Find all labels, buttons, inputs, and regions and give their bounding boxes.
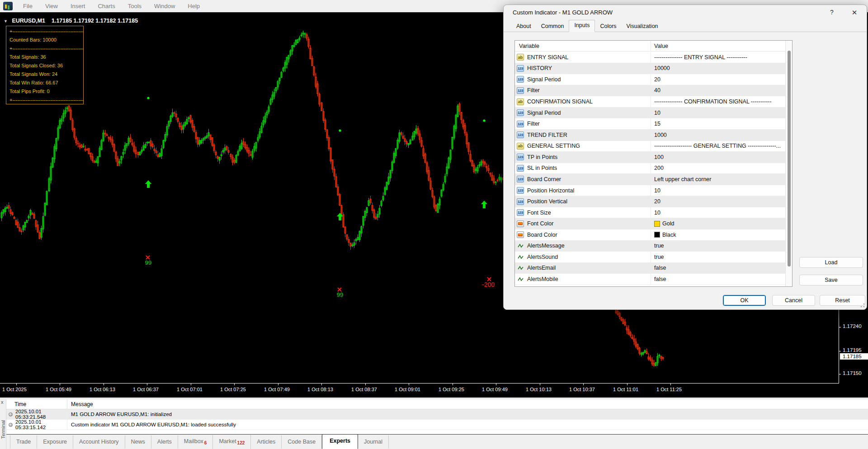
candle-body <box>655 363 656 365</box>
param-row[interactable]: 123TP in Points100 <box>515 152 785 163</box>
param-row[interactable]: 123HISTORY10000 <box>515 63 785 75</box>
dialog-tab-inputs[interactable]: Inputs <box>569 20 595 32</box>
param-name: Board Corner <box>527 176 561 182</box>
param-value-cell[interactable]: 10 <box>651 207 785 218</box>
log-row[interactable]: 2025.10.01 05:33:21.548M1 GOLD ARROW EUR… <box>6 409 868 420</box>
log-row[interactable]: 2025.10.01 05:33:15.142Custom indicator … <box>6 420 868 430</box>
terminal-close-icon[interactable]: x <box>1 399 4 405</box>
menu-item-insert[interactable]: Insert <box>64 3 92 9</box>
param-value-cell[interactable]: 20 <box>651 196 785 207</box>
candle-body <box>486 166 487 168</box>
param-variable-cell: 123Signal Period <box>515 109 651 116</box>
candle-body <box>201 140 202 143</box>
param-value-cell[interactable]: 10 <box>651 108 785 118</box>
param-row[interactable]: 123Filter15 <box>515 118 785 130</box>
column-header-value[interactable]: Value <box>651 41 792 51</box>
param-value-cell[interactable]: --------------- ENTRY SIGNAL ----------- <box>651 52 785 63</box>
param-row[interactable]: 123Signal Period10 <box>515 108 785 119</box>
param-value-cell[interactable]: 40 <box>651 85 785 96</box>
candle-body <box>315 77 316 87</box>
candle-body <box>384 187 386 194</box>
param-row[interactable]: Font ColorGold <box>515 218 785 229</box>
param-value-cell[interactable]: --------------- CONFIRMATION SIGNAL ----… <box>651 96 785 107</box>
candle-body <box>313 66 315 75</box>
cancel-button[interactable]: Cancel <box>772 295 815 306</box>
param-value-cell[interactable]: Gold <box>651 218 785 229</box>
dialog-help-button[interactable]: ? <box>827 9 837 16</box>
candle-body <box>302 33 304 34</box>
terminal-tab-code-base[interactable]: Code Base <box>282 435 322 449</box>
save-button[interactable]: Save <box>799 275 863 285</box>
param-row[interactable]: abCONFIRMATION SIGNAL--------------- CON… <box>515 96 785 108</box>
dialog-tab-about[interactable]: About <box>511 21 536 32</box>
terminal-tab-account-history[interactable]: Account History <box>73 435 125 449</box>
param-row[interactable]: 123SL in Points200 <box>515 163 785 174</box>
param-row[interactable]: 123Position Vertical20 <box>515 196 785 207</box>
menu-item-file[interactable]: File <box>17 3 39 9</box>
reset-button[interactable]: Reset <box>820 295 865 306</box>
param-row[interactable]: 123TREND FILTER1000 <box>515 130 785 141</box>
param-row[interactable]: 123Board CornerLeft upper chart corner <box>515 174 785 185</box>
price-axis-label: 1.17150 <box>843 370 862 376</box>
param-value-cell[interactable]: Black <box>651 229 785 240</box>
inputs-table-scrollbar[interactable] <box>785 41 792 286</box>
terminal-tab-exposure[interactable]: Exposure <box>37 435 73 449</box>
terminal-tab-market[interactable]: Market122 <box>213 435 251 449</box>
symbol-dropdown-icon[interactable]: ▼ <box>4 19 8 23</box>
candle-body <box>226 146 227 150</box>
param-row[interactable]: AlertsEmailfalse <box>515 263 785 274</box>
param-row[interactable]: 123Font Size10 <box>515 207 785 219</box>
column-header-time[interactable]: Time <box>6 401 67 407</box>
param-value-cell[interactable]: 20 <box>651 74 785 85</box>
terminal-tab-journal[interactable]: Journal <box>358 435 389 449</box>
dialog-close-icon[interactable]: ✕ <box>849 9 859 17</box>
param-value-cell[interactable]: 15 <box>651 118 785 129</box>
param-row[interactable]: abGENERAL SETTING-------------------- GE… <box>515 141 785 152</box>
terminal-tab-experts[interactable]: Experts <box>322 434 358 449</box>
param-value-cell[interactable]: -------------------- GENERAL SETTING ---… <box>651 141 785 152</box>
scrollbar-thumb[interactable] <box>788 51 791 267</box>
dialog-tab-common[interactable]: Common <box>536 21 569 32</box>
column-header-message[interactable]: Message <box>67 399 868 409</box>
param-value-cell[interactable]: true <box>651 241 785 252</box>
param-row[interactable]: AlertsSoundtrue <box>515 252 785 263</box>
terminal-tab-news[interactable]: News <box>125 435 151 449</box>
param-value-cell[interactable]: 10 <box>651 185 785 196</box>
param-row[interactable]: abENTRY SIGNAL--------------- ENTRY SIGN… <box>515 52 785 63</box>
terminal-tab-articles[interactable]: Articles <box>251 435 282 449</box>
time-axis[interactable]: 1 Oct 20251 Oct 05:491 Oct 06:131 Oct 06… <box>0 384 839 398</box>
menu-item-window[interactable]: Window <box>148 3 181 9</box>
param-value-cell[interactable]: false <box>651 274 785 285</box>
param-row[interactable]: 123Position Horizontal10 <box>515 185 785 196</box>
terminal-tab-trade[interactable]: Trade <box>10 435 37 449</box>
param-row[interactable]: 123Filter40 <box>515 85 785 97</box>
dialog-resize-grip[interactable] <box>860 303 865 308</box>
param-value-cell[interactable]: 1000 <box>651 130 785 140</box>
column-header-variable[interactable]: Variable <box>515 43 651 49</box>
candle-body <box>637 344 638 349</box>
param-value-cell[interactable]: false <box>651 263 785 274</box>
param-variable-cell: 123TREND FILTER <box>515 131 651 138</box>
ok-button[interactable]: OK <box>723 295 766 306</box>
candle-body <box>421 140 422 146</box>
terminal-tab-alerts[interactable]: Alerts <box>151 435 178 449</box>
param-value-cell[interactable]: 10000 <box>651 63 785 74</box>
param-value-cell[interactable]: true <box>651 252 785 262</box>
param-row[interactable]: AlertsMessagetrue <box>515 241 785 252</box>
param-row[interactable]: 123Signal Period20 <box>515 74 785 85</box>
menu-item-tools[interactable]: Tools <box>122 3 148 9</box>
menu-item-view[interactable]: View <box>39 3 64 9</box>
param-value-cell[interactable]: 100 <box>651 152 785 163</box>
menu-item-charts[interactable]: Charts <box>91 3 121 9</box>
dialog-tab-colors[interactable]: Colors <box>595 21 621 32</box>
candle-body <box>50 167 52 180</box>
param-row[interactable]: AlertsMobilefalse <box>515 274 785 285</box>
menu-item-help[interactable]: Help <box>181 3 206 9</box>
time-axis-tick <box>104 384 104 385</box>
param-value-cell[interactable]: 200 <box>651 163 785 174</box>
terminal-tab-mailbox[interactable]: Mailbox6 <box>178 435 213 449</box>
param-value-cell[interactable]: Left upper chart corner <box>651 174 785 185</box>
param-row[interactable]: Board ColorBlack <box>515 229 785 241</box>
load-button[interactable]: Load <box>799 257 863 268</box>
dialog-tab-visualization[interactable]: Visualization <box>622 21 663 32</box>
